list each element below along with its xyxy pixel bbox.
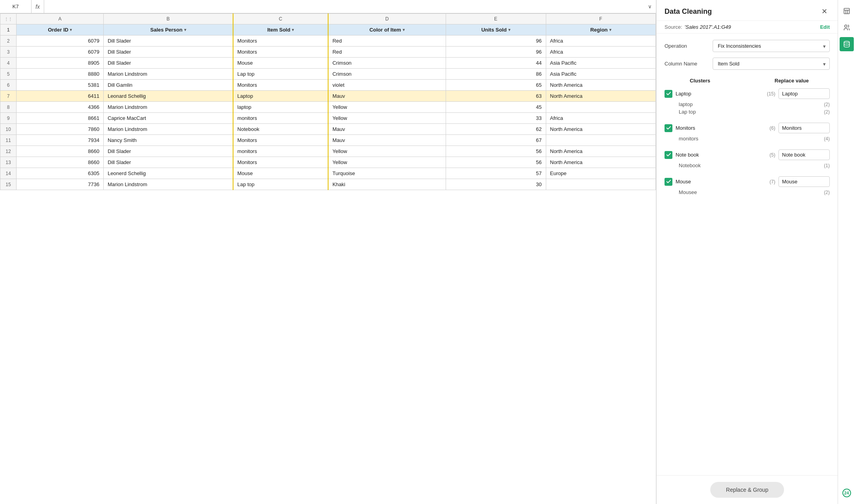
col-color-arrow[interactable]: ▾ bbox=[403, 28, 405, 32]
cell-units[interactable]: 57 bbox=[446, 168, 546, 179]
cell-item-sold[interactable]: Mouse bbox=[233, 58, 328, 69]
col-letter-d[interactable]: D bbox=[328, 14, 446, 24]
cell-region[interactable] bbox=[546, 102, 656, 113]
cell-units[interactable]: 67 bbox=[446, 135, 546, 146]
col-letter-f[interactable]: F bbox=[546, 14, 656, 24]
cell-sales-person[interactable]: Nancy Smith bbox=[103, 135, 233, 146]
col-letter-c[interactable]: C bbox=[233, 14, 328, 24]
cell-item-sold[interactable]: Monitors bbox=[233, 157, 328, 168]
cell-item-sold[interactable]: Laptop bbox=[233, 91, 328, 102]
sidebar-db-icon[interactable] bbox=[840, 37, 854, 51]
cell-order-id[interactable]: 8661 bbox=[17, 113, 104, 124]
col-sales-person-arrow[interactable]: ▾ bbox=[184, 28, 186, 32]
row-number[interactable]: 8 bbox=[0, 102, 17, 113]
cell-units[interactable]: 96 bbox=[446, 47, 546, 58]
col-region-arrow[interactable]: ▾ bbox=[609, 28, 611, 32]
cell-item-sold[interactable]: Lap top bbox=[233, 69, 328, 80]
row-number[interactable]: 7 bbox=[0, 91, 17, 102]
cell-order-id[interactable]: 7736 bbox=[17, 179, 104, 190]
cell-region[interactable]: Asia Pacific bbox=[546, 69, 656, 80]
sidebar-people-icon[interactable] bbox=[840, 21, 854, 35]
cluster-replace-input[interactable] bbox=[778, 123, 830, 133]
col-header-color[interactable]: Color of Item ▾ bbox=[328, 24, 446, 35]
cell-units[interactable]: 56 bbox=[446, 146, 546, 157]
cell-units[interactable]: 45 bbox=[446, 102, 546, 113]
operation-select[interactable]: Fix Inconsistencies bbox=[713, 40, 830, 52]
cell-sales-person[interactable]: Dill Gamlin bbox=[103, 80, 233, 91]
cell-order-id[interactable]: 6079 bbox=[17, 35, 104, 47]
cell-color[interactable]: Yellow bbox=[328, 157, 446, 168]
row-number[interactable]: 9 bbox=[0, 113, 17, 124]
cell-sales-person[interactable]: Leonerd Schellig bbox=[103, 168, 233, 179]
cell-units[interactable]: 33 bbox=[446, 113, 546, 124]
col-header-region[interactable]: Region ▾ bbox=[546, 24, 656, 35]
row-number[interactable]: 5 bbox=[0, 69, 17, 80]
cell-color[interactable]: Mauv bbox=[328, 124, 446, 135]
cell-sales-person[interactable]: Marion Lindstrom bbox=[103, 69, 233, 80]
cell-sales-person[interactable]: Dill Slader bbox=[103, 58, 233, 69]
edit-link[interactable]: Edit bbox=[820, 24, 830, 30]
cell-sales-person[interactable]: Dill Slader bbox=[103, 35, 233, 47]
cell-region[interactable]: Africa bbox=[546, 35, 656, 47]
col-header-units[interactable]: Units Sold ▾ bbox=[446, 24, 546, 35]
row-number[interactable]: 11 bbox=[0, 135, 17, 146]
col-letter-a[interactable]: A bbox=[17, 14, 104, 24]
cell-color[interactable]: Red bbox=[328, 47, 446, 58]
row-number[interactable]: 4 bbox=[0, 58, 17, 69]
cell-color[interactable]: violet bbox=[328, 80, 446, 91]
row-number[interactable]: 6 bbox=[0, 80, 17, 91]
cell-units[interactable]: 96 bbox=[446, 35, 546, 47]
cluster-checkbox[interactable] bbox=[665, 90, 672, 98]
cell-color[interactable]: Khaki bbox=[328, 179, 446, 190]
cell-color[interactable]: Red bbox=[328, 35, 446, 47]
cell-color[interactable]: Crimson bbox=[328, 69, 446, 80]
col-item-sold-arrow[interactable]: ▾ bbox=[292, 28, 294, 32]
cell-region[interactable]: North America bbox=[546, 80, 656, 91]
row-number[interactable]: 13 bbox=[0, 157, 17, 168]
cell-order-id[interactable]: 6411 bbox=[17, 91, 104, 102]
col-order-id-arrow[interactable]: ▾ bbox=[70, 28, 72, 32]
col-header-order-id[interactable]: Order ID ▾ bbox=[17, 24, 104, 35]
cluster-replace-input[interactable] bbox=[778, 88, 830, 99]
cell-color[interactable]: Mauv bbox=[328, 135, 446, 146]
cell-color[interactable]: Yellow bbox=[328, 146, 446, 157]
cell-region[interactable]: Europe bbox=[546, 168, 656, 179]
cell-region[interactable]: North America bbox=[546, 91, 656, 102]
col-units-arrow[interactable]: ▾ bbox=[508, 28, 510, 32]
cell-color[interactable]: Crimson bbox=[328, 58, 446, 69]
cluster-checkbox[interactable] bbox=[665, 124, 672, 132]
cell-units[interactable]: 65 bbox=[446, 80, 546, 91]
cell-sales-person[interactable]: Leonard Schellig bbox=[103, 91, 233, 102]
cell-item-sold[interactable]: Mouse bbox=[233, 168, 328, 179]
sidebar-help-icon[interactable]: 24 bbox=[840, 486, 854, 500]
cell-units[interactable]: 63 bbox=[446, 91, 546, 102]
cell-order-id[interactable]: 5381 bbox=[17, 80, 104, 91]
cell-order-id[interactable]: 6305 bbox=[17, 168, 104, 179]
cell-item-sold[interactable]: laptop bbox=[233, 102, 328, 113]
cell-region[interactable]: North America bbox=[546, 157, 656, 168]
cell-region[interactable]: Asia Pacific bbox=[546, 58, 656, 69]
cell-sales-person[interactable]: Marion Lindstrom bbox=[103, 124, 233, 135]
cell-units[interactable]: 44 bbox=[446, 58, 546, 69]
cluster-checkbox[interactable] bbox=[665, 178, 672, 186]
column-name-select[interactable]: Item Sold bbox=[713, 58, 830, 70]
row-number[interactable]: 3 bbox=[0, 47, 17, 58]
cell-units[interactable]: 56 bbox=[446, 157, 546, 168]
formula-bar-expand[interactable]: ∨ bbox=[644, 4, 656, 9]
cell-sales-person[interactable]: Dill Slader bbox=[103, 47, 233, 58]
cell-item-sold[interactable]: Notebook bbox=[233, 124, 328, 135]
col-letter-b[interactable]: B bbox=[103, 14, 233, 24]
cell-item-sold[interactable]: Lap top bbox=[233, 179, 328, 190]
cell-region[interactable] bbox=[546, 135, 656, 146]
row-number[interactable]: 10 bbox=[0, 124, 17, 135]
cell-order-id[interactable]: 8905 bbox=[17, 58, 104, 69]
row-number[interactable]: 2 bbox=[0, 35, 17, 47]
cell-item-sold[interactable]: Monitors bbox=[233, 47, 328, 58]
cell-region[interactable]: North America bbox=[546, 146, 656, 157]
cell-region[interactable]: Africa bbox=[546, 47, 656, 58]
cell-units[interactable]: 86 bbox=[446, 69, 546, 80]
cell-color[interactable]: Yellow bbox=[328, 113, 446, 124]
cell-order-id[interactable]: 8660 bbox=[17, 157, 104, 168]
formula-input[interactable] bbox=[44, 0, 644, 13]
cell-color[interactable]: Yellow bbox=[328, 102, 446, 113]
